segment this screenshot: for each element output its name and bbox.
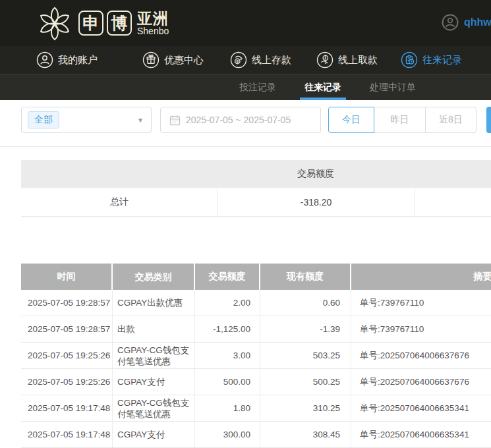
tab-processing-orders[interactable]: 处理中订单 bbox=[366, 74, 419, 100]
col-header-summary: 摘要 bbox=[351, 264, 491, 290]
deposit-icon bbox=[230, 51, 247, 69]
summary-empty-cell bbox=[414, 188, 491, 216]
flower-logo-icon bbox=[36, 4, 73, 42]
cell-balance: -1.39 bbox=[260, 316, 351, 342]
summary-total-value: -318.20 bbox=[217, 188, 414, 216]
cell-balance: 310.25 bbox=[260, 395, 351, 421]
cell-balance: 500.25 bbox=[260, 369, 351, 395]
chevron-down-icon: ▼ bbox=[137, 117, 144, 124]
records-icon bbox=[401, 51, 418, 69]
cell-type: CGPAY-CG钱包支付笔笔送优惠 bbox=[113, 343, 195, 368]
tab-transaction-records[interactable]: 往来记录 bbox=[301, 74, 345, 100]
cell-balance: 0.60 bbox=[260, 290, 351, 316]
last-8-days-button[interactable]: 近8日 bbox=[425, 107, 477, 133]
quick-date-buttons: 今日 昨日 近8日 bbox=[328, 107, 477, 133]
type-chip[interactable]: 全部 bbox=[28, 111, 59, 128]
cell-type: 出款 bbox=[113, 316, 195, 342]
logo-sub-text: Shenbo bbox=[137, 26, 169, 36]
cell-time: 2025-07-05 19:28:57 bbox=[21, 290, 113, 316]
cell-summary: 单号:202507064006635341 bbox=[351, 395, 491, 421]
nav-item-online-withdrawal[interactable]: 线上取款 bbox=[316, 51, 378, 69]
cell-amount: 500.00 bbox=[195, 369, 260, 395]
calendar-icon bbox=[169, 115, 181, 126]
type-select[interactable]: 全部 ▼ bbox=[21, 107, 152, 133]
withdraw-icon bbox=[316, 51, 333, 69]
nav-item-label: 线上存款 bbox=[252, 54, 291, 67]
cell-summary: 单号:202507064006637676 bbox=[351, 343, 491, 368]
gift-icon bbox=[142, 51, 159, 69]
cell-amount: 3.00 bbox=[195, 343, 260, 368]
main-nav: 我的账户 优惠中心 bbox=[0, 46, 491, 74]
cell-time: 2025-07-05 19:28:57 bbox=[21, 316, 113, 342]
page: 申 博 亚洲 Shenbo qhhw bbox=[0, 0, 491, 448]
col-header-balance: 现有额度 bbox=[260, 264, 351, 290]
cell-amount: 300.00 bbox=[195, 422, 260, 447]
nav-item-label: 我的账户 bbox=[58, 54, 98, 67]
search-button[interactable] bbox=[486, 107, 491, 133]
cell-type: CGPAY出款优惠 bbox=[113, 290, 195, 316]
cell-time: 2025-07-05 19:17:48 bbox=[21, 395, 113, 421]
username-text: qhhw bbox=[464, 16, 491, 28]
logo-region-text: 亚洲 bbox=[137, 11, 169, 26]
cell-summary: 单号:202507064006635341 bbox=[351, 422, 491, 447]
cell-amount: -1,125.00 bbox=[195, 316, 260, 342]
cell-time: 2025-07-05 19:25:26 bbox=[21, 343, 113, 368]
today-button[interactable]: 今日 bbox=[328, 107, 374, 133]
cell-balance: 308.45 bbox=[260, 422, 351, 447]
table-row: 2025-07-05 19:28:57 CGPAY出款优惠 2.00 0.60 … bbox=[21, 290, 491, 316]
logo-char-box: 博 bbox=[107, 11, 132, 36]
logo-char-box: 申 bbox=[78, 11, 103, 36]
col-header-type: 交易类别 bbox=[113, 264, 195, 290]
table-row: 2025-07-05 19:25:26 CGPAY-CG钱包支付笔笔送优惠 3.… bbox=[21, 343, 491, 369]
transactions-table: 时间 交易类别 交易额度 现有额度 摘要 2025-07-05 19:28:57… bbox=[21, 264, 491, 448]
nav-item-my-account[interactable]: 我的账户 bbox=[36, 51, 98, 69]
filter-row: 全部 ▼ 2025-07-05 ~ 2025-07-05 今日 昨日 近8日 bbox=[21, 107, 491, 133]
col-header-time: 时间 bbox=[21, 264, 113, 290]
table-row: 2025-07-05 19:28:57 出款 -1,125.00 -1.39 单… bbox=[21, 316, 491, 343]
date-range-value: 2025-07-05 ~ 2025-07-05 bbox=[186, 115, 291, 125]
nav-item-transaction-records[interactable]: 往来记录 bbox=[401, 51, 462, 69]
cell-type: CGPAY-CG钱包支付笔笔送优惠 bbox=[113, 395, 195, 421]
table-row: 2025-07-05 19:17:48 CGPAY-CG钱包支付笔笔送优惠 1.… bbox=[21, 395, 491, 422]
user-icon bbox=[36, 51, 53, 69]
divider bbox=[0, 146, 491, 147]
table-row: 2025-07-05 19:25:26 CGPAY支付 500.00 500.2… bbox=[21, 369, 491, 395]
cell-summary: 单号:739767110 bbox=[351, 290, 491, 316]
cell-type: CGPAY支付 bbox=[113, 422, 195, 447]
table-row: 2025-07-05 19:17:48 CGPAY支付 300.00 308.4… bbox=[21, 422, 491, 448]
cell-amount: 2.00 bbox=[195, 290, 260, 316]
user-area[interactable]: qhhw bbox=[442, 14, 491, 31]
cell-time: 2025-07-05 19:25:26 bbox=[21, 369, 113, 395]
user-avatar-icon bbox=[442, 14, 459, 31]
cell-time: 2025-07-05 19:17:48 bbox=[21, 422, 113, 447]
tab-betting-records[interactable]: 投注记录 bbox=[236, 74, 279, 100]
summary-header-row: 交易额度 bbox=[21, 160, 491, 188]
cell-summary: 单号:202507064006637676 bbox=[351, 369, 491, 395]
brand-logo[interactable]: 申 博 亚洲 Shenbo bbox=[36, 4, 169, 42]
table-header-row: 时间 交易类别 交易额度 现有额度 摘要 bbox=[21, 264, 491, 290]
summary-total-row: 总计 -318.20 bbox=[21, 188, 491, 217]
summary-amount-header: 交易额度 bbox=[217, 168, 414, 180]
yesterday-button[interactable]: 昨日 bbox=[374, 107, 426, 133]
summary-total-label: 总计 bbox=[21, 196, 217, 208]
cell-type: CGPAY支付 bbox=[113, 369, 195, 395]
cell-summary: 单号:739767110 bbox=[351, 316, 491, 342]
top-header: 申 博 亚洲 Shenbo qhhw bbox=[0, 0, 491, 46]
nav-item-online-deposit[interactable]: 线上存款 bbox=[230, 51, 291, 69]
col-header-amount: 交易额度 bbox=[195, 264, 260, 290]
summary-table: 交易额度 总计 -318.20 bbox=[21, 160, 491, 217]
nav-item-label: 线上取款 bbox=[338, 54, 378, 67]
record-tabbar: 投注记录 往来记录 处理中订单 bbox=[0, 74, 491, 100]
cell-balance: 503.25 bbox=[260, 343, 351, 368]
nav-item-label: 优惠中心 bbox=[164, 54, 204, 67]
nav-item-promotions[interactable]: 优惠中心 bbox=[142, 51, 204, 69]
cell-amount: 1.80 bbox=[195, 395, 260, 421]
date-range-input[interactable]: 2025-07-05 ~ 2025-07-05 bbox=[160, 107, 321, 133]
nav-item-label: 往来记录 bbox=[422, 54, 462, 67]
